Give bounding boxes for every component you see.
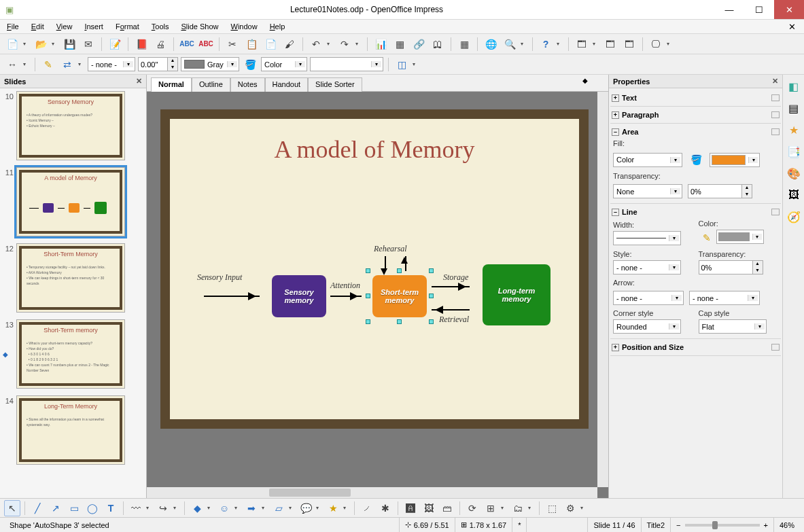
box-short-term-memory[interactable]: Short-term memory [372, 275, 427, 317]
arrow-retrieval[interactable] [432, 309, 470, 311]
ellipse-icon[interactable]: ◯ [84, 500, 101, 516]
slide-thumb[interactable]: 14 Long-Term Memory• Stores all the info… [1, 395, 142, 465]
fill-bucket-icon[interactable]: 🪣 [688, 152, 704, 168]
section-area[interactable]: –Area [612, 126, 780, 137]
box-sensory-memory[interactable]: Sensory memory [272, 275, 326, 317]
save-icon[interactable]: 💾 [61, 36, 77, 52]
open-dropdown[interactable]: ▾ [52, 41, 58, 47]
arrow-start-combo[interactable]: - none -▾ [613, 291, 684, 305]
cut-icon[interactable]: ✂ [224, 36, 241, 52]
properties-close-icon[interactable]: ✕ [772, 77, 778, 86]
stars-icon[interactable]: ★ [325, 500, 341, 516]
tab-slidesorter[interactable]: Slide Sorter [308, 77, 362, 92]
flowchart-icon[interactable]: ▱ [270, 500, 287, 516]
corner-style-combo[interactable]: Rounded▾ [613, 319, 681, 334]
status-slide[interactable]: Slide 11 / 46 [588, 518, 641, 532]
slides-list[interactable]: 10 Sensory Memory• A theory of informati… [0, 88, 146, 498]
rectangle-icon[interactable]: ▭ [66, 500, 82, 516]
master-pages-tab-icon[interactable]: ▤ [786, 102, 801, 117]
menu-window[interactable]: Window [228, 21, 260, 32]
tab-normal[interactable]: Normal [151, 77, 192, 92]
section-text[interactable]: +Text [612, 92, 780, 103]
tab-notes[interactable]: Notes [230, 77, 265, 92]
redo-icon[interactable]: ↷ [336, 36, 353, 52]
redo-dropdown[interactable]: ▾ [355, 41, 362, 47]
slide-icon[interactable]: 🗔 [574, 36, 590, 52]
open-icon[interactable]: 📂 [33, 36, 49, 52]
section-paragraph[interactable]: +Paragraph [612, 109, 780, 120]
pencil-icon[interactable]: ✎ [699, 230, 715, 246]
autospell-icon[interactable]: ABC [198, 36, 214, 52]
fontwork-icon[interactable]: 🅰 [402, 500, 419, 516]
slide-thumb[interactable]: 12 Short-Term Memory• Temporary storage … [1, 243, 142, 313]
menu-insert[interactable]: Insert [82, 21, 106, 32]
horizontal-scrollbar[interactable] [147, 487, 597, 498]
slide-thumb[interactable]: 13 Short-Term memory• What is your short… [1, 319, 142, 389]
new-dropdown[interactable]: ▾ [23, 41, 30, 47]
transparency-mode-combo[interactable]: None▾ [613, 184, 682, 198]
slide-design-icon[interactable]: 🗔 [602, 36, 618, 52]
vertical-scrollbar[interactable] [597, 92, 608, 487]
status-zoom[interactable]: 46% [774, 518, 800, 532]
shadow-icon[interactable]: ◫ [394, 56, 410, 73]
maximize-button[interactable]: ☐ [744, 0, 774, 19]
copy-icon[interactable]: 📋 [243, 36, 260, 52]
transparency-spinner[interactable]: ▲▼ [688, 184, 752, 198]
slide-thumb[interactable]: 11 A model of Memory [1, 167, 142, 236]
line-arrow-icon[interactable]: ⇄ [59, 56, 75, 73]
line-width-spinner[interactable]: ▲▼ [138, 57, 178, 71]
tab-handout[interactable]: Handout [265, 77, 309, 92]
section-popout-icon[interactable] [771, 344, 780, 351]
slide-layout-icon[interactable]: 🗔 [621, 36, 637, 52]
menu-file[interactable]: File [4, 21, 22, 32]
document-close-icon[interactable]: ✕ [786, 20, 799, 33]
line-icon[interactable]: ╱ [29, 500, 46, 516]
help-icon[interactable]: ? [538, 36, 554, 52]
slide-canvas[interactable]: A model of Memory Sensory Input Sensory … [147, 92, 608, 498]
fill-mode-combo[interactable]: Color▾ [261, 57, 307, 71]
close-button[interactable]: ✕ [774, 0, 804, 19]
line-color-combo[interactable]: Gray 6▾ [181, 57, 239, 71]
section-position-size[interactable]: +Position and Size [612, 342, 780, 353]
zoom-dropdown[interactable]: ▾ [521, 41, 527, 47]
section-popout-icon[interactable] [771, 128, 780, 135]
gallery-icon2[interactable]: 🗃 [439, 500, 455, 516]
spellcheck-icon[interactable]: ABC [179, 36, 195, 52]
undo-dropdown[interactable]: ▾ [327, 41, 334, 47]
cap-style-combo[interactable]: Flat▾ [699, 319, 767, 334]
hyperlink-icon[interactable]: 🔗 [410, 36, 427, 52]
gallery-tab-icon[interactable]: 🖼 [786, 189, 801, 204]
arrow-end-combo[interactable]: - none -▾ [689, 291, 760, 305]
presentation-icon[interactable]: 🖵 [648, 36, 664, 52]
status-layout[interactable]: Title2 [642, 518, 671, 532]
menu-format[interactable]: Format [113, 21, 142, 32]
section-line[interactable]: –Line [612, 207, 780, 217]
paste-icon[interactable]: 📄 [262, 36, 279, 52]
zoom-slider[interactable]: −+ [671, 518, 774, 532]
table-icon[interactable]: ▦ [391, 36, 408, 52]
arrow-line-icon[interactable]: ↗ [48, 500, 64, 516]
align-icon[interactable]: ⊞ [483, 500, 499, 516]
from-file-icon[interactable]: 🖼 [421, 500, 437, 516]
text-icon[interactable]: T [103, 500, 119, 516]
toolbar-more[interactable]: ▾ [557, 41, 563, 47]
fill-mode-combo[interactable]: Color▾ [613, 153, 682, 167]
navigator-tab-icon[interactable]: 🧭 [786, 211, 801, 226]
menu-edit[interactable]: Edit [29, 21, 47, 32]
extrusion-icon[interactable]: ⬚ [544, 500, 560, 516]
interaction-icon[interactable]: ⚙ [562, 500, 578, 516]
grid-icon[interactable]: ▦ [456, 36, 472, 52]
format-paintbrush-icon[interactable]: 🖌 [281, 36, 298, 52]
custom-animation-tab-icon[interactable]: ★ [786, 124, 801, 139]
arrow-attention[interactable] [330, 296, 362, 297]
arrow-storage[interactable] [432, 286, 470, 287]
fill-bucket-icon[interactable]: 🪣 [242, 56, 258, 73]
menu-view[interactable]: View [54, 21, 75, 32]
select-icon[interactable]: ↖ [4, 500, 20, 516]
navigator-icon[interactable]: 🕮 [430, 36, 446, 52]
tab-outline[interactable]: Outline [192, 77, 230, 92]
box-long-term-memory[interactable]: Long-term memory [483, 264, 550, 325]
section-popout-icon[interactable] [771, 111, 780, 118]
slides-panel-close-icon[interactable]: ✕ [136, 77, 142, 86]
symbol-shapes-icon[interactable]: ☺ [216, 500, 232, 516]
